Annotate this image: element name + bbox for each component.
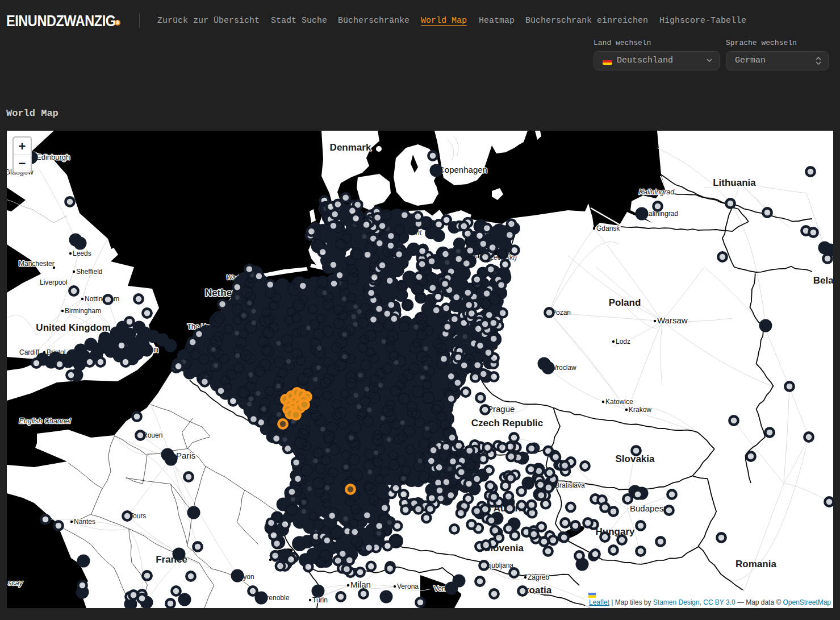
- svg-text:English Channel: English Channel: [19, 417, 71, 425]
- svg-text:Bratislava: Bratislava: [555, 481, 585, 489]
- svg-text:Ljubljana: Ljubljana: [486, 561, 513, 569]
- svg-text:Warsaw: Warsaw: [657, 315, 688, 325]
- svg-text:Leeds: Leeds: [73, 249, 91, 257]
- svg-text:+: +: [19, 139, 26, 153]
- svg-text:Budapest: Budapest: [630, 504, 666, 513]
- svg-text:Prague: Prague: [487, 404, 515, 414]
- svg-text:Denmark: Denmark: [330, 142, 371, 153]
- svg-text:Birmingham: Birmingham: [65, 307, 101, 315]
- svg-text:−: −: [19, 156, 26, 170]
- svg-text:Kaliningrad: Kaliningrad: [639, 188, 675, 196]
- svg-text:scay: scay: [8, 579, 23, 587]
- svg-text:Copenhagen: Copenhagen: [438, 165, 487, 174]
- svg-text:Nottingham: Nottingham: [85, 295, 119, 303]
- svg-text:Turin: Turin: [312, 596, 328, 604]
- svg-text:Katowice: Katowice: [605, 398, 633, 406]
- svg-text:Liverpool: Liverpool: [40, 278, 68, 286]
- svg-text:Krakow: Krakow: [629, 406, 651, 414]
- svg-text:Manchester: Manchester: [19, 260, 55, 268]
- svg-text:Lodz: Lodz: [616, 338, 630, 346]
- svg-text:United Kingdom: United Kingdom: [36, 322, 110, 333]
- svg-text:Kaliningrad: Kaliningrad: [644, 210, 678, 218]
- svg-text:Zagreb: Zagreb: [528, 573, 549, 581]
- svg-text:Edinburgh: Edinburgh: [36, 153, 70, 161]
- svg-text:Milan: Milan: [350, 580, 371, 589]
- svg-text:Verona: Verona: [397, 582, 419, 590]
- svg-text:Gdansk: Gdansk: [596, 224, 620, 232]
- svg-text:Poland: Poland: [609, 297, 641, 308]
- svg-text:Sheffield: Sheffield: [76, 268, 102, 276]
- svg-text:Czech Republic: Czech Republic: [471, 418, 544, 428]
- svg-text:Belarus: Belarus: [813, 275, 833, 286]
- svg-text:Nantes: Nantes: [74, 518, 95, 526]
- svg-text:Cardiff: Cardiff: [19, 348, 40, 356]
- svg-text:Romania: Romania: [735, 559, 776, 569]
- svg-text:Paris: Paris: [176, 451, 195, 460]
- svg-text:Lithuania: Lithuania: [713, 177, 756, 188]
- svg-text:Leaflet | Map tiles by Stamen: Leaflet | Map tiles by Stamen Design, CC…: [589, 598, 831, 606]
